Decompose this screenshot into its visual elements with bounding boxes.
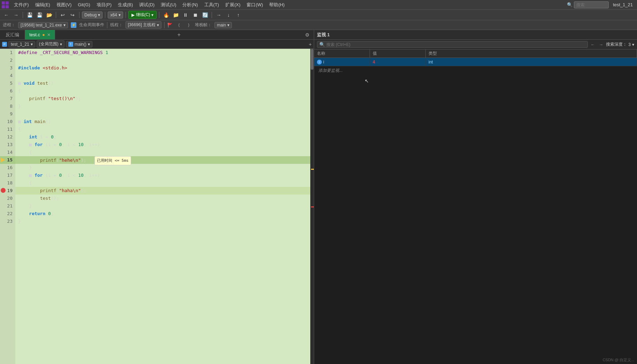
ln-13: 13 xyxy=(0,141,15,149)
menu-test[interactable]: 测试(U) xyxy=(158,1,179,9)
open-btn[interactable]: 📂 xyxy=(45,11,53,19)
menubar: 文件(F) 编辑(E) 视图(V) Git(G) 项目(P) 生成(B) 调试(… xyxy=(0,0,637,10)
watermark: CSDN @:自定义... xyxy=(602,357,634,363)
debug-btn4[interactable]: ⏹ xyxy=(191,11,199,19)
step-over-btn[interactable]: → xyxy=(214,11,223,19)
search-input[interactable] xyxy=(574,1,609,8)
watch-var-icon: i xyxy=(317,60,322,65)
debug-btn5[interactable]: 🔄 xyxy=(201,11,209,19)
ln-19: 19 xyxy=(0,187,15,195)
menu-extensions[interactable]: 扩展(X) xyxy=(222,1,243,9)
ln-20: 20 xyxy=(0,195,15,202)
watch-cell-val-i: 4 xyxy=(370,58,426,66)
stack-value: main xyxy=(217,23,226,28)
back-btn[interactable]: ← xyxy=(2,11,10,19)
menu-file[interactable]: 文件(F) xyxy=(11,1,32,9)
ln-16: 16 xyxy=(0,164,15,172)
function-label: main() xyxy=(75,42,86,47)
menu-project[interactable]: 项目(P) xyxy=(94,1,114,9)
flag-nav-btn[interactable]: ⟨ xyxy=(175,22,182,29)
watch-search-box[interactable]: 🔍 xyxy=(317,41,588,48)
function-dropdown[interactable]: f main() ▾ xyxy=(66,41,92,47)
editor-panel: 反汇编 test.c ● ✕ + ⚙ P test_1_21 ▾ (全局范围) … xyxy=(0,30,314,364)
sep6 xyxy=(159,12,159,18)
stack-dropdown[interactable]: main ▾ xyxy=(214,22,232,28)
code-line-22: return 0; xyxy=(15,210,310,218)
tab-source[interactable]: test.c ● ✕ xyxy=(25,30,55,39)
redo-btn[interactable]: ↪ xyxy=(68,11,77,19)
ln-3: 3 xyxy=(0,64,15,72)
tab-settings-btn[interactable]: ⚙ xyxy=(303,32,312,38)
code-line-5: ■ void test() xyxy=(15,79,310,87)
tab-add-btn[interactable]: + xyxy=(175,32,183,38)
watch-forward-btn[interactable]: → xyxy=(598,41,605,48)
tab-source-label: test.c xyxy=(29,32,40,37)
flag-nav-btn2[interactable]: ⟩ xyxy=(185,22,192,29)
step-out-btn[interactable]: ↑ xyxy=(234,11,242,19)
step-into-btn[interactable]: ↓ xyxy=(224,11,233,19)
ln-22: 22 xyxy=(0,210,15,218)
debug-btn1[interactable]: 🔥 xyxy=(162,11,170,19)
watch-table: 名称 值 类型 i i 4 int 添加要监视... xyxy=(314,50,637,364)
debug-config-dropdown[interactable]: Debug ▾ xyxy=(82,12,103,18)
scope-dropdown[interactable]: (全局范围) ▾ xyxy=(37,40,65,48)
process-dropdown[interactable]: [19568] test_1_21.exe ▾ xyxy=(18,22,68,28)
watch-search-input[interactable] xyxy=(326,42,585,47)
menu-window[interactable]: 窗口(W) xyxy=(244,1,266,9)
ln-9: 9 xyxy=(0,110,15,118)
scrollbar-thumb[interactable] xyxy=(311,49,313,70)
process-label: 进程： xyxy=(3,22,15,28)
menu-analyze[interactable]: 分析(N) xyxy=(180,1,200,9)
watch-depth[interactable]: 搜索深度： 3 ▾ xyxy=(606,41,634,47)
lifecycle-label: 生命周期事件 xyxy=(79,22,104,28)
chevron-down-icon2: ▾ xyxy=(119,13,121,17)
menu-view[interactable]: 视图(V) xyxy=(54,1,74,9)
sep4 xyxy=(105,12,105,18)
save-btn[interactable]: 💾 xyxy=(25,11,34,19)
ln-14: 14 xyxy=(0,149,15,156)
menu-help[interactable]: 帮助(H) xyxy=(266,1,287,9)
continue-button[interactable]: ▶ 继续(C) ▾ xyxy=(128,11,157,19)
watch-add-row[interactable]: 添加要监视... xyxy=(314,66,637,75)
play-icon: ▶ xyxy=(131,13,135,17)
menu-edit[interactable]: 编辑(E) xyxy=(32,1,53,9)
breakpoint-indicator xyxy=(1,188,6,193)
watch-panel-header: 监视 1 xyxy=(314,30,637,40)
code-line-8: } xyxy=(15,103,310,110)
save-all-btn[interactable]: 💾 xyxy=(35,11,44,19)
platform-dropdown[interactable]: x64 ▾ xyxy=(108,12,123,18)
lifecycle-icon[interactable]: ⚡ xyxy=(71,22,76,28)
menu-debug[interactable]: 调试(D) xyxy=(136,1,157,9)
depth-value: 3 xyxy=(628,42,631,47)
forward-btn[interactable]: → xyxy=(12,11,20,19)
depth-label: 搜索深度： xyxy=(606,41,627,47)
debug-btn3[interactable]: ⏸ xyxy=(181,11,190,19)
nav-expand-btn[interactable]: + xyxy=(309,41,312,47)
code-line-9 xyxy=(15,110,310,118)
scope-label: (全局范围) xyxy=(39,41,59,47)
ln-6: 6 xyxy=(0,87,15,95)
chevron-down-icon9: ▾ xyxy=(88,42,90,47)
watch-back-btn[interactable]: ← xyxy=(589,41,596,48)
menu-git[interactable]: Git(G) xyxy=(75,1,93,8)
watch-row-i[interactable]: i i 4 int xyxy=(314,58,637,66)
project-dropdown[interactable]: test_1_21 ▾ xyxy=(8,41,35,47)
code-line-13: ■ for (i = 0; i < 10; i++) xyxy=(15,141,310,149)
thread-dropdown[interactable]: [36696] 主线程 ▾ xyxy=(126,21,161,29)
debug-btn2[interactable]: 📁 xyxy=(172,11,180,19)
tab-disassembly[interactable]: 反汇编 xyxy=(0,30,25,39)
stack-label: 堆栈帧： xyxy=(195,22,212,28)
ln-21: 21 xyxy=(0,202,15,210)
code-content[interactable]: #define _CRT_SECURE_NO_WARNINGS 1 #inclu… xyxy=(15,49,310,364)
watch-panel: 监视 1 🔍 ← → 搜索深度： 3 ▾ 名称 值 类型 xyxy=(314,30,637,364)
menu-tools[interactable]: 工具(T) xyxy=(202,1,222,9)
thread-value: [36696] 主线程 xyxy=(128,22,156,28)
code-line-6: { xyxy=(15,87,310,95)
menu-build[interactable]: 生成(B) xyxy=(115,1,136,9)
undo-btn[interactable]: ↩ xyxy=(59,11,67,19)
ln-12: 12 xyxy=(0,133,15,141)
flag-btn[interactable]: 🚩 xyxy=(167,23,173,28)
tab-close-btn[interactable]: ✕ xyxy=(47,32,51,37)
process-value: [19568] test_1_21.exe xyxy=(21,23,62,28)
scrollbar-vertical[interactable] xyxy=(310,49,314,364)
